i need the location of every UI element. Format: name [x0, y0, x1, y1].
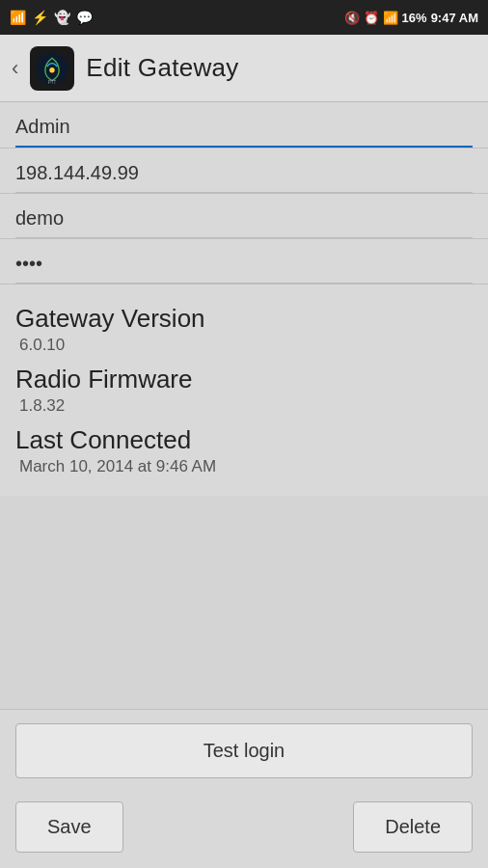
- ip-address-input[interactable]: [15, 149, 473, 193]
- username-field-container: [0, 102, 488, 149]
- battery-text: 16%: [402, 11, 427, 25]
- status-bar: 📶 ⚡ 👻 💬 🔇 ⏰ 📶 16% 9:47 AM: [0, 0, 488, 35]
- test-login-container: Test login: [0, 709, 488, 792]
- username-input[interactable]: [15, 102, 473, 148]
- page-title: Edit Gateway: [86, 53, 238, 83]
- content-area: Gateway Version 6.0.10 Radio Firmware 1.…: [0, 102, 488, 496]
- demo-input[interactable]: [15, 194, 473, 238]
- usb-icon: ⚡: [32, 10, 48, 25]
- save-button[interactable]: Save: [15, 801, 123, 853]
- mute-icon: 🔇: [344, 11, 360, 25]
- back-button[interactable]: ‹: [12, 56, 18, 81]
- radio-firmware-label: Radio Firmware: [15, 365, 473, 394]
- action-buttons-container: Save Delete: [0, 792, 488, 868]
- wifi-icon: 📶: [10, 10, 26, 25]
- svg-text:PTT: PTT: [48, 80, 57, 85]
- demo-field-container: [0, 194, 488, 239]
- bottom-area: Test login Save Delete: [0, 709, 488, 868]
- info-section: Gateway Version 6.0.10 Radio Firmware 1.…: [0, 285, 488, 496]
- last-connected-value: March 10, 2014 at 9:46 AM: [15, 457, 473, 476]
- delete-button[interactable]: Delete: [353, 801, 473, 853]
- status-bar-left: 📶 ⚡ 👻 💬: [10, 10, 93, 25]
- svg-point-1: [50, 68, 55, 72]
- alarm-icon: ⏰: [364, 11, 379, 25]
- gateway-version-value: 6.0.10: [15, 336, 473, 355]
- time-display: 9:47 AM: [431, 11, 478, 25]
- last-connected-label: Last Connected: [15, 425, 473, 455]
- app-bar: ‹ PTT Edit Gateway: [0, 35, 488, 102]
- message-icon: 💬: [76, 10, 93, 25]
- gateway-version-label: Gateway Version: [15, 304, 473, 334]
- signal-icon: 📶: [383, 11, 398, 25]
- status-bar-right: 🔇 ⏰ 📶 16% 9:47 AM: [344, 11, 478, 25]
- radio-firmware-value: 1.8.32: [15, 396, 473, 416]
- password-field-container: [0, 239, 488, 285]
- test-login-button[interactable]: Test login: [15, 723, 473, 778]
- snapchat-icon: 👻: [54, 10, 70, 25]
- ip-field-container: [0, 149, 488, 194]
- app-icon: PTT: [30, 46, 74, 91]
- password-input[interactable]: [15, 239, 473, 284]
